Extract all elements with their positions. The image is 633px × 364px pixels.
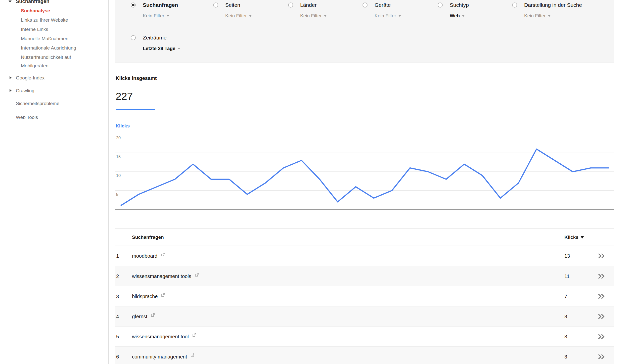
query-link[interactable]: gfernst <box>132 306 155 327</box>
radio-laender[interactable] <box>288 3 293 8</box>
metric-title: Klicks insgesamt <box>116 75 157 81</box>
radio-darstellung[interactable] <box>512 3 517 8</box>
sidebar-item-links-zu-ihrer-website[interactable]: Links zu Ihrer Website <box>0 15 108 25</box>
sidebar-item-suchanfragen[interactable]: Suchanfragen <box>0 0 108 6</box>
clicks-chart: 2015105 <box>115 132 614 212</box>
filter-group-geraete: Geräte Kein Filter <box>363 2 401 19</box>
double-chevron-right-icon <box>597 353 606 360</box>
row-rank: 3 <box>116 286 119 306</box>
table-row: 6community management3 <box>115 346 614 364</box>
filter-label[interactable]: Suchanfragen <box>143 2 178 9</box>
caret-down-icon <box>462 15 465 17</box>
row-rank: 2 <box>116 266 119 286</box>
query-link[interactable]: community management <box>132 347 195 364</box>
row-expand-chevron[interactable] <box>597 333 606 340</box>
double-chevron-right-icon <box>597 272 606 280</box>
filter-panel: Suchanfragen Kein Filter Seiten Kein Fil… <box>115 0 614 63</box>
y-tick-label: 20 <box>116 136 121 140</box>
sort-desc-icon <box>580 236 584 239</box>
filter-dropdown-darstellung[interactable]: Kein Filter <box>524 13 582 19</box>
metric-divider <box>171 75 171 111</box>
row-expand-chevron[interactable] <box>597 313 606 320</box>
row-rank: 5 <box>116 327 119 347</box>
query-link[interactable]: moodboard <box>132 246 165 266</box>
sidebar-item-suchanalyse[interactable]: Suchanalyse <box>0 6 108 15</box>
row-expand-chevron[interactable] <box>597 293 606 300</box>
double-chevron-right-icon <box>597 313 606 320</box>
sidebar-item-sicherheitsprobleme[interactable]: Sicherheitsprobleme <box>0 99 108 108</box>
clicks-series-line <box>121 149 609 206</box>
metric-active-underline <box>116 109 155 110</box>
double-chevron-right-icon <box>597 252 606 260</box>
filter-label[interactable]: Seiten <box>225 2 252 9</box>
filter-label[interactable]: Geräte <box>375 2 401 9</box>
chevron-down-icon <box>9 1 12 3</box>
caret-down-icon <box>324 15 327 17</box>
row-expand-chevron[interactable] <box>597 353 606 360</box>
row-expand-chevron[interactable] <box>597 252 606 260</box>
sidebar-item-google-index[interactable]: Google-Index <box>0 73 108 82</box>
external-link-icon <box>160 252 165 257</box>
sidebar-item-label: Crawling <box>16 88 34 93</box>
sidebar-item-internationale-ausrichtung[interactable]: Internationale Ausrichtung <box>0 43 108 53</box>
sidebar-item-label: Suchanfragen <box>16 0 49 4</box>
sidebar-item-crawling[interactable]: Crawling <box>0 86 108 95</box>
row-rank: 1 <box>116 246 119 266</box>
row-clicks-value: 11 <box>564 266 570 286</box>
filter-dropdown-suchanfragen[interactable]: Kein Filter <box>143 13 178 19</box>
filter-group-zeitraeume: Zeiträume Letzte 28 Tage <box>131 34 180 51</box>
caret-down-icon <box>167 15 169 17</box>
clicks-line-chart[interactable] <box>115 132 614 212</box>
table-row: 1moodboard13 <box>115 246 614 266</box>
filter-dropdown-zeitraum[interactable]: Letzte 28 Tage <box>143 46 180 51</box>
query-link[interactable]: bildsprache <box>132 286 166 306</box>
filter-label[interactable]: Suchtyp <box>450 2 469 9</box>
radio-seiten[interactable] <box>213 3 218 8</box>
sidebar-item-web-tools[interactable]: Web Tools <box>0 113 108 122</box>
filter-label[interactable]: Länder <box>300 2 327 9</box>
sidebar-item-manuelle-massnahmen[interactable]: Manuelle Maßnahmen <box>0 34 108 43</box>
external-link-icon <box>192 333 197 338</box>
sidebar: Suchanfragen Suchanalyse Links zu Ihrer … <box>0 0 109 364</box>
radio-zeitraeume[interactable] <box>131 35 136 40</box>
chevron-right-icon <box>10 76 12 79</box>
radio-suchanfragen[interactable] <box>131 3 136 8</box>
row-rank: 6 <box>116 347 119 364</box>
row-expand-chevron[interactable] <box>597 272 606 280</box>
radio-suchtyp[interactable] <box>438 3 443 8</box>
external-link-icon <box>190 353 195 358</box>
external-link-icon <box>150 312 155 317</box>
row-clicks-value: 3 <box>564 327 567 347</box>
query-link[interactable]: wissensmanagement tool <box>132 327 197 347</box>
filter-group-suchanfragen: Suchanfragen Kein Filter <box>131 2 178 19</box>
column-header-clicks-sort[interactable]: Klicks <box>564 229 584 246</box>
caret-down-icon <box>249 15 252 17</box>
y-tick-label: 5 <box>116 192 118 197</box>
sidebar-item-interne-links[interactable]: Interne Links <box>0 25 108 34</box>
filter-dropdown-suchtyp[interactable]: Web <box>450 13 469 19</box>
filter-dropdown-laender[interactable]: Kein Filter <box>300 13 327 19</box>
filter-group-suchtyp: Suchtyp Web <box>438 2 469 19</box>
double-chevron-right-icon <box>597 293 606 300</box>
table-row: 2wissensmanagement tools11 <box>115 266 614 286</box>
row-clicks-value: 13 <box>564 246 570 266</box>
filter-label[interactable]: Darstellung in der Suche <box>524 2 582 9</box>
filter-group-darstellung: Darstellung in der Suche Kein Filter <box>512 2 582 19</box>
caret-down-icon <box>398 15 401 17</box>
row-rank: 4 <box>116 306 119 327</box>
y-tick-label: 10 <box>116 173 121 178</box>
filter-group-laender: Länder Kein Filter <box>288 2 327 19</box>
filter-dropdown-geraete[interactable]: Kein Filter <box>375 13 401 19</box>
radio-geraete[interactable] <box>363 3 368 8</box>
table-row: 5wissensmanagement tool3 <box>115 326 614 346</box>
y-tick-label: 15 <box>116 155 121 159</box>
table-header-row: Suchanfragen Klicks <box>115 228 614 246</box>
filter-label[interactable]: Zeiträume <box>143 34 180 41</box>
row-clicks-value: 3 <box>564 306 567 327</box>
main-content: Suchanfragen Kein Filter Seiten Kein Fil… <box>115 0 614 364</box>
table-body: 1moodboard132wissensmanagement tools113b… <box>115 246 614 364</box>
sidebar-item-nutzerfreundlichkeit[interactable]: Nutzerfreundlichkeit auf Mobilgeräten <box>0 53 91 70</box>
filter-dropdown-seiten[interactable]: Kein Filter <box>225 13 252 19</box>
query-link[interactable]: wissensmanagement tools <box>132 266 199 286</box>
metric-value: 227 <box>116 90 133 102</box>
